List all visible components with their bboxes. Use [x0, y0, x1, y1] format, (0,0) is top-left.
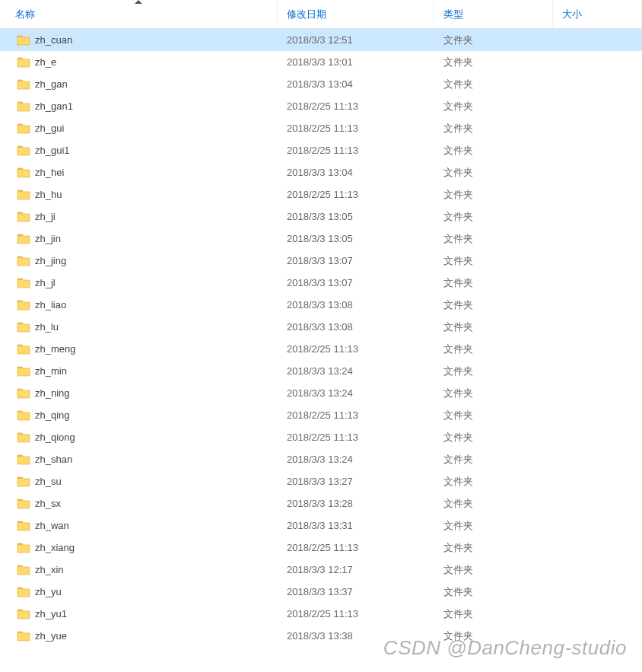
file-name-cell: zh_su — [0, 476, 278, 487]
file-row[interactable]: zh_hu2018/2/25 11:13文件夹 — [0, 183, 642, 205]
file-name-cell: zh_xiang — [0, 542, 278, 553]
file-type-cell: 文件夹 — [434, 541, 553, 555]
file-date-cell: 2018/3/3 13:01 — [278, 56, 434, 68]
folder-icon — [17, 56, 30, 68]
folder-icon — [17, 299, 30, 311]
file-date-cell: 2018/2/25 11:13 — [278, 100, 434, 112]
file-type-cell: 文件夹 — [434, 629, 553, 643]
file-name-cell: zh_sx — [0, 498, 278, 509]
folder-icon — [17, 630, 30, 642]
file-name-label: zh_hei — [35, 167, 64, 178]
folder-icon — [17, 277, 30, 288]
file-name-cell: zh_jing — [0, 255, 278, 266]
file-name-label: zh_min — [35, 365, 67, 377]
file-name-label: zh_qiong — [35, 432, 75, 443]
file-date-cell: 2018/3/3 13:37 — [278, 586, 434, 597]
folder-icon — [17, 167, 30, 178]
file-row[interactable]: zh_gan12018/2/25 11:13文件夹 — [0, 95, 642, 117]
file-list: zh_cuan2018/3/3 12:51文件夹 zh_e2018/3/3 13… — [0, 29, 642, 647]
folder-icon — [17, 476, 30, 487]
file-row[interactable]: zh_e2018/3/3 13:01文件夹 — [0, 51, 642, 73]
folder-icon — [17, 321, 30, 333]
file-row[interactable]: zh_su2018/3/3 13:27文件夹 — [0, 470, 642, 492]
folder-icon — [17, 498, 30, 509]
file-name-label: zh_yu1 — [35, 608, 67, 619]
file-name-cell: zh_hu — [0, 189, 278, 200]
column-header-type-label: 类型 — [443, 8, 463, 21]
folder-icon — [17, 520, 30, 531]
column-header-type[interactable]: 类型 — [434, 0, 553, 28]
file-row[interactable]: zh_jin2018/3/3 13:05文件夹 — [0, 228, 642, 250]
file-row[interactable]: zh_ning2018/3/3 13:24文件夹 — [0, 382, 642, 404]
file-type-cell: 文件夹 — [434, 122, 553, 135]
column-header-date[interactable]: 修改日期 — [278, 0, 434, 28]
file-name-label: zh_sx — [35, 498, 61, 509]
file-date-cell: 2018/2/25 11:13 — [278, 608, 434, 619]
file-row[interactable]: zh_jl2018/3/3 13:07文件夹 — [0, 272, 642, 294]
file-type-cell: 文件夹 — [434, 56, 553, 69]
file-name-label: zh_liao — [35, 299, 66, 311]
file-row[interactable]: zh_ji2018/3/3 13:05文件夹 — [0, 205, 642, 228]
file-type-cell: 文件夹 — [434, 298, 553, 312]
folder-icon — [17, 542, 30, 553]
sort-ascending-icon — [135, 0, 142, 4]
file-row[interactable]: zh_meng2018/2/25 11:13文件夹 — [0, 338, 642, 360]
file-name-label: zh_gui — [35, 123, 64, 134]
file-name-cell: zh_gan1 — [0, 100, 278, 112]
file-row[interactable]: zh_wan2018/3/3 13:31文件夹 — [0, 514, 642, 537]
file-name-cell: zh_qiong — [0, 432, 278, 443]
file-row[interactable]: zh_xiang2018/2/25 11:13文件夹 — [0, 537, 642, 559]
folder-icon — [17, 454, 30, 465]
file-type-cell: 文件夹 — [434, 475, 553, 489]
file-name-cell: zh_hei — [0, 167, 278, 178]
file-date-cell: 2018/2/25 11:13 — [278, 189, 434, 200]
folder-icon — [17, 123, 30, 134]
file-name-label: zh_jing — [35, 255, 66, 266]
file-row[interactable]: zh_gui2018/2/25 11:13文件夹 — [0, 117, 642, 139]
column-header-name[interactable]: 名称 — [0, 0, 278, 28]
file-row[interactable]: zh_liao2018/3/3 13:08文件夹 — [0, 294, 642, 316]
file-row[interactable]: zh_jing2018/3/3 13:07文件夹 — [0, 250, 642, 272]
file-row[interactable]: zh_sx2018/3/3 13:28文件夹 — [0, 492, 642, 514]
file-name-cell: zh_wan — [0, 520, 278, 531]
file-name-label: zh_yue — [35, 630, 67, 642]
file-date-cell: 2018/3/3 13:38 — [278, 630, 434, 642]
file-date-cell: 2018/3/3 13:07 — [278, 277, 434, 288]
column-header-size[interactable]: 大小 — [553, 0, 642, 28]
file-name-cell: zh_shan — [0, 454, 278, 465]
folder-icon — [17, 564, 30, 575]
file-name-label: zh_ji — [35, 211, 56, 222]
file-type-cell: 文件夹 — [434, 342, 553, 356]
file-row[interactable]: zh_qiong2018/2/25 11:13文件夹 — [0, 426, 642, 448]
file-row[interactable]: zh_hei2018/3/3 13:04文件夹 — [0, 161, 642, 183]
file-row[interactable]: zh_lu2018/3/3 13:08文件夹 — [0, 316, 642, 338]
folder-icon — [17, 189, 30, 200]
file-row[interactable]: zh_shan2018/3/3 13:24文件夹 — [0, 448, 642, 470]
file-row[interactable]: zh_min2018/3/3 13:24文件夹 — [0, 360, 642, 382]
folder-icon — [17, 387, 30, 399]
file-name-label: zh_jin — [35, 233, 61, 244]
file-row[interactable]: zh_qing2018/2/25 11:13文件夹 — [0, 404, 642, 426]
file-row[interactable]: zh_gan2018/3/3 13:04文件夹 — [0, 73, 642, 95]
folder-icon — [17, 100, 30, 112]
file-row[interactable]: zh_cuan2018/3/3 12:51文件夹 — [0, 29, 642, 51]
file-row[interactable]: zh_xin2018/3/3 12:17文件夹 — [0, 559, 642, 581]
file-date-cell: 2018/3/3 13:07 — [278, 255, 434, 266]
file-row[interactable]: zh_yu2018/3/3 13:37文件夹 — [0, 581, 642, 603]
file-row[interactable]: zh_gui12018/2/25 11:13文件夹 — [0, 139, 642, 161]
file-type-cell: 文件夹 — [434, 144, 553, 158]
file-type-cell: 文件夹 — [434, 519, 553, 533]
file-name-cell: zh_jin — [0, 233, 278, 244]
file-type-cell: 文件夹 — [434, 33, 553, 47]
file-type-cell: 文件夹 — [434, 585, 553, 599]
file-row[interactable]: zh_yue2018/3/3 13:38文件夹 — [0, 625, 642, 647]
file-name-label: zh_shan — [35, 454, 72, 465]
file-date-cell: 2018/3/3 13:05 — [278, 211, 434, 222]
file-date-cell: 2018/2/25 11:13 — [278, 145, 434, 156]
file-date-cell: 2018/3/3 13:28 — [278, 498, 434, 509]
file-row[interactable]: zh_yu12018/2/25 11:13文件夹 — [0, 603, 642, 625]
file-type-cell: 文件夹 — [434, 563, 553, 577]
file-name-label: zh_e — [35, 56, 56, 68]
folder-icon — [17, 233, 30, 244]
file-date-cell: 2018/3/3 12:17 — [278, 564, 434, 575]
